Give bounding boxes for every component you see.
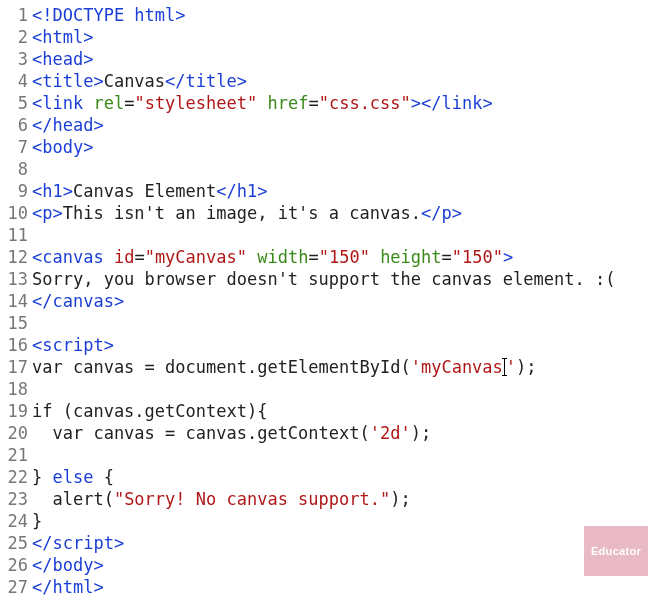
code-line[interactable]: 24} [0,510,660,532]
line-number: 21 [0,444,32,466]
line-content[interactable]: </head> [32,114,660,136]
line-content[interactable]: <!DOCTYPE html> [32,4,660,26]
token-attr-green: width [257,247,308,267]
code-line[interactable]: 7<body> [0,136,660,158]
line-content[interactable]: <link rel="stylesheet" href="css.css"></… [32,92,660,114]
token-text: alert( [32,489,114,509]
code-line[interactable]: 17var canvas = document.getElementById('… [0,356,660,378]
token-tag: <html> [32,27,93,47]
code-line[interactable]: 22} else { [0,466,660,488]
token-text: var canvas = document.getElementById( [32,357,411,377]
line-content[interactable]: <html> [32,26,660,48]
token-tag: </h1> [216,181,267,201]
code-line[interactable]: 13Sorry, you browser doesn't support the… [0,268,660,290]
line-content[interactable]: } [32,510,660,532]
token-string: "150" [319,247,370,267]
line-content[interactable]: alert("Sorry! No canvas support."); [32,488,660,510]
token-string: "css.css" [319,93,411,113]
code-editor[interactable]: 1<!DOCTYPE html>2<html>3<head>4<title>Ca… [0,0,660,600]
token-text: } [32,511,42,531]
code-line[interactable]: 19if (canvas.getContext){ [0,400,660,422]
code-line[interactable]: 25</script> [0,532,660,554]
code-line[interactable]: 20 var canvas = canvas.getContext('2d'); [0,422,660,444]
code-line[interactable]: 16<script> [0,334,660,356]
line-content[interactable]: </canvas> [32,290,660,312]
line-content[interactable] [32,224,660,246]
token-text: Sorry, you browser doesn't support the c… [32,269,615,289]
line-number: 20 [0,422,32,444]
code-line[interactable]: 6</head> [0,114,660,136]
code-line[interactable]: 1<!DOCTYPE html> [0,4,660,26]
token-string: ' [506,357,516,377]
code-line[interactable]: 26</body> [0,554,660,576]
line-content[interactable] [32,158,660,180]
token-tag: </canvas> [32,291,124,311]
token-text: ); [411,423,431,443]
line-number: 5 [0,92,32,114]
token-tag: > [411,93,421,113]
code-line[interactable]: 14</canvas> [0,290,660,312]
line-number: 7 [0,136,32,158]
line-content[interactable]: <p>This isn't an image, it's a canvas.</… [32,202,660,224]
line-content[interactable]: var canvas = canvas.getContext('2d'); [32,422,660,444]
token-text [83,93,93,113]
code-line[interactable]: 8 [0,158,660,180]
educator-watermark: Educator [584,526,648,576]
token-attr-green: rel [93,93,124,113]
token-text [104,247,114,267]
token-text [257,93,267,113]
line-content[interactable]: } else { [32,466,660,488]
code-line[interactable]: 5<link rel="stylesheet" href="css.css"><… [0,92,660,114]
code-line[interactable]: 2<html> [0,26,660,48]
code-line[interactable]: 12<canvas id="myCanvas" width="150" heig… [0,246,660,268]
token-string: "150" [452,247,503,267]
line-content[interactable]: </html> [32,576,660,598]
line-content[interactable]: Sorry, you browser doesn't support the c… [32,268,660,290]
token-text: Canvas [104,71,165,91]
token-string: '2d' [370,423,411,443]
code-lines[interactable]: 1<!DOCTYPE html>2<html>3<head>4<title>Ca… [0,4,660,598]
line-content[interactable] [32,378,660,400]
code-line[interactable]: 18 [0,378,660,400]
line-content[interactable]: <body> [32,136,660,158]
line-content[interactable]: </script> [32,532,660,554]
line-content[interactable] [32,312,660,334]
token-attr-red: id [114,247,134,267]
line-number: 25 [0,532,32,554]
line-content[interactable]: </body> [32,554,660,576]
line-number: 17 [0,356,32,378]
line-number: 8 [0,158,32,180]
token-tag: <p> [32,203,63,223]
token-text: Canvas Element [73,181,216,201]
line-number: 4 [0,70,32,92]
token-string: 'myCanvas [411,357,503,377]
token-string: "stylesheet" [134,93,257,113]
line-content[interactable] [32,444,660,466]
line-number: 23 [0,488,32,510]
code-line[interactable]: 11 [0,224,660,246]
code-line[interactable]: 9<h1>Canvas Element</h1> [0,180,660,202]
line-content[interactable]: var canvas = document.getElementById('my… [32,356,660,378]
code-line[interactable]: 27</html> [0,576,660,598]
code-line[interactable]: 3<head> [0,48,660,70]
line-number: 9 [0,180,32,202]
code-line[interactable]: 15 [0,312,660,334]
line-content[interactable]: <title>Canvas</title> [32,70,660,92]
line-content[interactable]: if (canvas.getContext){ [32,400,660,422]
code-line[interactable]: 23 alert("Sorry! No canvas support."); [0,488,660,510]
token-tag: </body> [32,555,104,575]
token-string: "Sorry! No canvas support." [114,489,390,509]
line-number: 16 [0,334,32,356]
line-number: 27 [0,576,32,598]
line-content[interactable]: <canvas id="myCanvas" width="150" height… [32,246,660,268]
line-content[interactable]: <h1>Canvas Element</h1> [32,180,660,202]
line-content[interactable]: <script> [32,334,660,356]
token-tag: </title> [165,71,247,91]
line-number: 18 [0,378,32,400]
code-line[interactable]: 10<p>This isn't an image, it's a canvas.… [0,202,660,224]
text-cursor [504,359,505,375]
token-text: if (canvas.getContext){ [32,401,267,421]
code-line[interactable]: 21 [0,444,660,466]
line-content[interactable]: <head> [32,48,660,70]
code-line[interactable]: 4<title>Canvas</title> [0,70,660,92]
